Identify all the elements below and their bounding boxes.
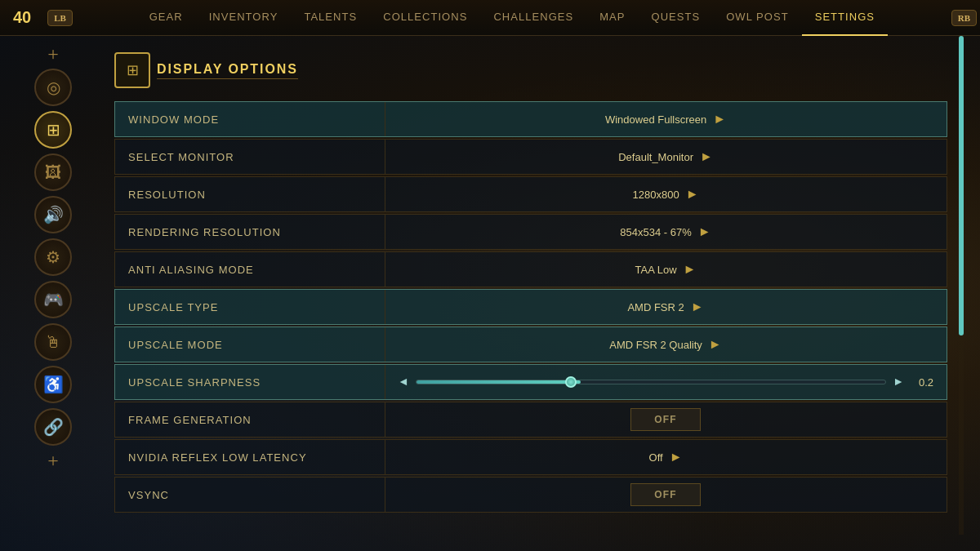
anti-aliasing-label: ANTI ALIASING MODE <box>115 264 385 276</box>
setting-frame-generation[interactable]: FRAME GENERATION OFF <box>114 402 947 438</box>
section-icon: ⊞ <box>114 52 150 88</box>
vsync-toggle[interactable]: OFF <box>630 483 701 506</box>
sidebar-icon-network[interactable]: 🔗 <box>34 408 72 446</box>
frame-gen-value[interactable]: OFF <box>385 408 947 431</box>
rb-button[interactable]: RB <box>951 10 977 26</box>
slider-track[interactable] <box>416 380 886 384</box>
resolution-arrow: ► <box>686 187 699 202</box>
monitor-value[interactable]: Default_Monitor ► <box>385 149 947 164</box>
resolution-value[interactable]: 1280x800 ► <box>385 187 947 202</box>
setting-rendering-resolution[interactable]: RENDERING RESOLUTION 854x534 - 67% ► <box>114 214 947 250</box>
upscale-sharpness-slider[interactable]: ◄ ► 0.2 <box>385 375 947 389</box>
vsync-value[interactable]: OFF <box>385 483 947 506</box>
setting-upscale-sharpness[interactable]: UPSCALE SHARPNESS ◄ ► 0.2 <box>114 364 947 400</box>
nvidia-reflex-arrow: ► <box>670 450 683 464</box>
sidebar-icon-image[interactable]: 🖼 <box>34 153 72 191</box>
slider-right-arrow[interactable]: ► <box>893 375 904 389</box>
window-mode-arrow: ► <box>713 112 726 127</box>
nav-quests[interactable]: QUESTS <box>639 0 714 36</box>
nav-map[interactable]: MAP <box>586 0 638 36</box>
sidebar-icon-audio[interactable]: 🔊 <box>34 196 72 233</box>
setting-vsync[interactable]: VSYNC OFF <box>114 477 947 513</box>
lb-button[interactable]: LB <box>47 10 73 26</box>
sidebar-icon-display[interactable]: ⊞ <box>34 111 72 149</box>
setting-upscale-type[interactable]: UPSCALE TYPE AMD FSR 2 ► <box>114 289 947 325</box>
nvidia-reflex-value[interactable]: Off ► <box>385 450 947 464</box>
monitor-label: SELECT MONITOR <box>115 151 385 163</box>
anti-aliasing-value[interactable]: TAA Low ► <box>385 262 947 277</box>
topbar: 40 LB GEAR INVENTORY TALENTS COLLECTIONS… <box>0 0 980 36</box>
nav-settings[interactable]: SETTINGS <box>802 0 888 36</box>
sidebar-plus-top[interactable]: + <box>47 44 59 64</box>
upscale-sharpness-label: UPSCALE SHARPNESS <box>115 376 385 389</box>
sidebar-icon-accessibility[interactable]: ♿ <box>34 366 72 403</box>
setting-select-monitor[interactable]: SELECT MONITOR Default_Monitor ► <box>114 139 947 175</box>
nav-collections[interactable]: COLLECTIONS <box>370 0 480 36</box>
sidebar-icon-mouse[interactable]: 🖱 <box>34 323 72 361</box>
upscale-mode-arrow: ► <box>709 337 722 352</box>
divider <box>385 365 385 399</box>
upscale-type-value[interactable]: AMD FSR 2 ► <box>385 300 947 314</box>
settings-sidebar: + ◎ ⊞ 🖼 🔊 ⚙ 🎮 🖱 ♿ 🔗 + <box>0 36 106 551</box>
scrollbar-thumb[interactable] <box>959 36 964 335</box>
setting-nvidia-reflex[interactable]: NVIDIA REFLEX LOW LATENCY Off ► <box>114 439 947 475</box>
upscale-type-arrow: ► <box>691 300 704 314</box>
monitor-arrow: ► <box>700 149 713 164</box>
window-mode-value[interactable]: Windowed Fullscreen ► <box>385 112 947 127</box>
rendering-res-value[interactable]: 854x534 - 67% ► <box>385 224 947 239</box>
setting-resolution[interactable]: RESOLUTION 1280x800 ► <box>114 176 947 212</box>
main-nav: GEAR INVENTORY TALENTS COLLECTIONS CHALL… <box>76 0 948 36</box>
sidebar-icon-disc[interactable]: ◎ <box>34 69 72 106</box>
setting-window-mode[interactable]: WINDOW MODE Windowed Fullscreen ► <box>114 101 947 137</box>
sidebar-icon-gear[interactable]: ⚙ <box>34 238 72 276</box>
slider-left-arrow[interactable]: ◄ <box>398 375 409 389</box>
upscale-mode-value[interactable]: AMD FSR 2 Quality ► <box>385 337 947 352</box>
nvidia-reflex-label: NVIDIA REFLEX LOW LATENCY <box>115 451 385 464</box>
nav-challenges[interactable]: CHALLENGES <box>480 0 586 36</box>
slider-value: 0.2 <box>911 376 933 389</box>
scrollbar[interactable] <box>959 36 964 535</box>
setting-anti-aliasing[interactable]: ANTI ALIASING MODE TAA Low ► <box>114 251 947 287</box>
main-content: ⊞ DISPLAY OPTIONS WINDOW MODE Windowed F… <box>106 36 980 551</box>
resolution-label: RESOLUTION <box>115 189 385 201</box>
sidebar-plus-bottom[interactable]: + <box>47 451 59 470</box>
nav-talents[interactable]: TALENTS <box>291 0 370 36</box>
setting-upscale-mode[interactable]: UPSCALE MODE AMD FSR 2 Quality ► <box>114 327 947 362</box>
settings-list: WINDOW MODE Windowed Fullscreen ► SELECT… <box>114 101 947 513</box>
anti-aliasing-arrow: ► <box>684 262 697 277</box>
nav-inventory[interactable]: INVENTORY <box>196 0 292 36</box>
section-title: DISPLAY OPTIONS <box>157 62 298 79</box>
upscale-mode-label: UPSCALE MODE <box>115 339 385 351</box>
vsync-label: VSYNC <box>115 489 385 501</box>
slider-thumb[interactable] <box>565 376 577 388</box>
player-level: 40 <box>0 8 44 27</box>
sidebar-icon-gamepad[interactable]: 🎮 <box>34 281 72 318</box>
rendering-res-arrow: ► <box>698 224 711 239</box>
window-mode-label: WINDOW MODE <box>115 113 385 126</box>
nav-gear[interactable]: GEAR <box>136 0 196 36</box>
rendering-res-label: RENDERING RESOLUTION <box>115 226 385 238</box>
slider-fill <box>416 380 581 384</box>
frame-gen-label: FRAME GENERATION <box>115 414 385 426</box>
nav-owlpost[interactable]: OWL POST <box>713 0 801 36</box>
section-header: ⊞ DISPLAY OPTIONS <box>114 52 947 88</box>
frame-gen-toggle[interactable]: OFF <box>630 408 701 431</box>
upscale-type-label: UPSCALE TYPE <box>115 301 385 313</box>
